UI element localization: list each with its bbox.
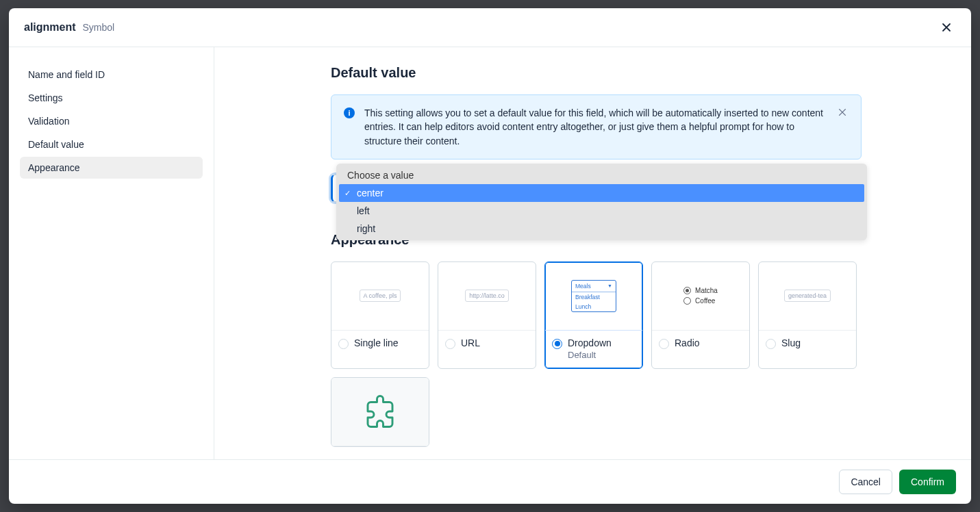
appearance-card-extension[interactable] xyxy=(331,377,429,447)
dropdown-option-label: center xyxy=(357,188,384,199)
preview-dropdown-head: Meals ▼ xyxy=(572,281,616,292)
close-icon xyxy=(838,107,847,117)
modal-backdrop: alignment Symbol Name and field ID Setti… xyxy=(0,0,980,512)
radio-indicator xyxy=(445,339,455,349)
preview-dropdown-item: Breakfast xyxy=(572,292,616,302)
preview-slug: generated-tea xyxy=(759,262,856,331)
card-label-row: Dropdown Default xyxy=(545,331,642,368)
default-value-heading: Default value xyxy=(331,65,862,81)
info-text: This setting allows you to set a default… xyxy=(364,106,827,148)
field-name: alignment xyxy=(24,21,76,33)
preview-radio: Matcha Coffee xyxy=(652,262,749,331)
card-label-row: URL xyxy=(438,331,536,357)
preview-extension xyxy=(331,378,429,446)
radio-indicator xyxy=(766,339,776,349)
card-label: URL xyxy=(461,337,480,348)
appearance-card-radio[interactable]: Matcha Coffee Radio xyxy=(651,261,750,369)
appearance-card-slug[interactable]: generated-tea Slug xyxy=(758,261,857,369)
info-banner: i This setting allows you to set a defau… xyxy=(331,94,862,159)
preview-radio-row: Coffee xyxy=(683,297,718,305)
cancel-button[interactable]: Cancel xyxy=(839,470,892,494)
close-button[interactable] xyxy=(937,18,956,37)
appearance-card-url[interactable]: http://latte.co URL xyxy=(438,261,536,369)
dropdown-option-center[interactable]: ✓ center xyxy=(339,184,864,202)
preview-text: A coffee, pls xyxy=(360,290,401,302)
chevron-down-icon: ▼ xyxy=(607,283,612,288)
card-label: Single line xyxy=(354,337,399,348)
preview-radio-label: Matcha xyxy=(695,287,718,294)
modal-body: Name and field ID Settings Validation De… xyxy=(9,47,971,459)
preview-dropdown-title: Meals xyxy=(575,283,591,290)
card-label-col: Dropdown Default xyxy=(568,337,612,360)
card-default-badge: Default xyxy=(568,350,612,360)
preview-single-line: A coffee, pls xyxy=(331,262,429,331)
modal-header: alignment Symbol xyxy=(9,8,971,47)
preview-text: http://latte.co xyxy=(465,290,509,302)
field-type: Symbol xyxy=(82,22,114,33)
puzzle-icon xyxy=(362,393,399,430)
preview-url: http://latte.co xyxy=(438,262,536,331)
card-label: Dropdown xyxy=(568,337,612,348)
appearance-card-single-line[interactable]: A coffee, pls Single line xyxy=(331,261,429,369)
nav-settings[interactable]: Settings xyxy=(20,87,203,109)
check-icon: ✓ xyxy=(344,188,351,197)
settings-nav: Name and field ID Settings Validation De… xyxy=(9,47,214,459)
default-value-dropdown: Choose a value ✓ center left right xyxy=(336,164,867,240)
card-label: Slug xyxy=(781,337,801,348)
preview-radio-label: Coffee xyxy=(695,297,715,305)
appearance-card-dropdown[interactable]: Meals ▼ Breakfast Lunch Dropdown xyxy=(544,261,643,369)
info-icon: i xyxy=(344,107,355,118)
card-label-row: Slug xyxy=(759,331,856,357)
dropdown-option-left[interactable]: left xyxy=(339,202,864,220)
radio-indicator xyxy=(338,339,349,349)
dropdown-option-right[interactable]: right xyxy=(339,220,864,238)
close-icon xyxy=(941,22,952,33)
dropdown-placeholder[interactable]: Choose a value xyxy=(339,166,864,184)
radio-indicator xyxy=(659,339,669,349)
card-label-row: Radio xyxy=(652,331,749,357)
field-settings-modal: alignment Symbol Name and field ID Setti… xyxy=(9,8,971,504)
dismiss-info-button[interactable] xyxy=(836,106,849,120)
preview-radio-row: Matcha xyxy=(683,287,718,294)
modal-title-group: alignment Symbol xyxy=(24,21,114,34)
modal-footer: Cancel Confirm xyxy=(9,459,971,504)
preview-radio-list: Matcha Coffee xyxy=(683,284,718,307)
card-label: Radio xyxy=(675,337,700,348)
nav-default-value[interactable]: Default value xyxy=(20,133,203,155)
appearance-grid: A coffee, pls Single line http://latte.c… xyxy=(331,261,862,447)
preview-dropdown-widget: Meals ▼ Breakfast Lunch xyxy=(571,280,616,312)
preview-dropdown-item: Lunch xyxy=(572,302,616,311)
confirm-button[interactable]: Confirm xyxy=(899,470,956,494)
radio-indicator xyxy=(552,339,562,349)
radio-dot-icon xyxy=(683,297,691,305)
radio-dot-icon xyxy=(683,287,691,294)
nav-validation[interactable]: Validation xyxy=(20,110,203,132)
card-label-row: Single line xyxy=(331,331,429,357)
nav-appearance[interactable]: Appearance xyxy=(20,157,203,179)
preview-dropdown: Meals ▼ Breakfast Lunch xyxy=(545,262,642,331)
default-value-select-wrap: Choose a value ✓ center left right xyxy=(331,175,862,202)
settings-content: Default value i This setting allows you … xyxy=(214,47,971,459)
preview-text: generated-tea xyxy=(784,290,831,302)
nav-name-and-field-id[interactable]: Name and field ID xyxy=(20,64,203,86)
